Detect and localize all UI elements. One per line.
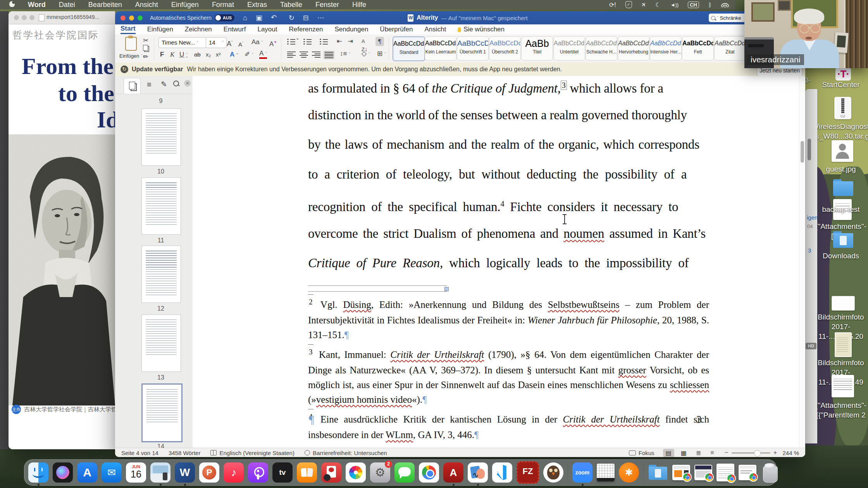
style-ueberschrift-1[interactable]: AaBbCcDÜberschrift 1: [457, 36, 489, 60]
tab-ueberpruefen[interactable]: Überprüfen: [380, 26, 413, 33]
menu-ansicht[interactable]: Ansicht: [135, 1, 158, 9]
dock-zoom[interactable]: zoom: [572, 462, 592, 483]
update-status-icon[interactable]: ⟳!: [609, 1, 616, 9]
dock-photo-card-app[interactable]: [321, 462, 341, 483]
numbered-list-icon[interactable]: [303, 38, 312, 45]
focus-button[interactable]: Fokus: [629, 450, 654, 456]
style-kein-leerraum[interactable]: AaBbCcDdEeKein Leerraum: [425, 36, 456, 60]
home-icon[interactable]: ⌂: [243, 11, 247, 24]
dock-music[interactable]: ♪: [224, 462, 244, 483]
zoom-percentage[interactable]: 244 %: [782, 450, 799, 456]
align-left-icon[interactable]: [287, 52, 296, 58]
text-effects-icon[interactable]: Aˇ: [230, 51, 238, 59]
multilevel-list-icon[interactable]: [320, 38, 328, 45]
change-case-icon[interactable]: Aaˇ: [251, 38, 263, 46]
strikethrough-button[interactable]: ab: [194, 51, 201, 58]
cut-icon[interactable]: ✂: [143, 37, 148, 45]
page-thumbnail-11[interactable]: [141, 177, 181, 235]
style-schwache-hervorhebung[interactable]: AaBbCcDdEeSchwache H...: [586, 36, 617, 60]
menu-fenster[interactable]: Fenster: [315, 1, 339, 9]
language-indicator[interactable]: Englisch (Vereinigte Staaten): [210, 450, 294, 456]
bullet-list-icon[interactable]: [287, 38, 296, 45]
dock-minimized-chrome-window-4[interactable]: [739, 465, 756, 480]
desktop-icon-label[interactable]: {"Attachments"- [{"ParentItem 2: [812, 400, 868, 420]
desktop-icon-label[interactable]: Downloads: [812, 251, 868, 261]
backup-folder-icon[interactable]: [833, 181, 853, 197]
menu-einfuegen[interactable]: Einfügen: [171, 1, 199, 9]
align-center-icon[interactable]: [300, 52, 308, 58]
dock-finder[interactable]: [28, 462, 48, 483]
footnote-3[interactable]: 3 Kant, Immanuel: Critik der Urtheilskra…: [308, 347, 709, 407]
review-tab-icon[interactable]: ✎: [161, 81, 167, 88]
desktop-icon-label[interactable]: backup test: [812, 204, 868, 214]
footnote-4[interactable]: 4 Eine ausdrückliche Kritik der kantisch…: [308, 412, 709, 442]
launcher-icon[interactable]: ✈: [639, 0, 648, 9]
tab-ansicht[interactable]: Ansicht: [424, 26, 446, 33]
increase-indent-icon[interactable]: ⇥: [348, 38, 353, 45]
save-icon[interactable]: ▣: [256, 11, 262, 24]
tab-referenzen[interactable]: Referenzen: [289, 26, 323, 33]
shrink-font-icon[interactable]: Aˇ: [238, 39, 243, 48]
zoom-button[interactable]: [138, 15, 143, 21]
dock-mail[interactable]: ✉: [102, 462, 122, 483]
scrollbar-thumb[interactable]: [808, 139, 811, 160]
dock-podcasts[interactable]: [248, 462, 268, 483]
wifi-icon[interactable]: [721, 2, 729, 7]
font-name-select[interactable]: Times New...ˇ: [158, 37, 207, 48]
dock-word[interactable]: W: [175, 462, 195, 483]
style-intensive-hervorhebung[interactable]: AaBbCcDdEeIntensive Her...: [650, 36, 682, 60]
tab-einfuegen[interactable]: Einfügen: [147, 26, 173, 33]
search-field[interactable]: ˇ Schränke: [709, 14, 749, 22]
pages-tab-icon[interactable]: [124, 78, 141, 94]
dock-avast[interactable]: ✱: [619, 462, 639, 483]
volume-icon[interactable]: ◄)): [670, 2, 679, 8]
subscript-button[interactable]: x₂: [206, 51, 211, 58]
tab-zeichnen[interactable]: Zeichnen: [185, 26, 212, 33]
style-untertitel[interactable]: AaBbCcDdEeUntertitel: [553, 36, 585, 60]
document-page[interactable]: as formulated in § 64 of the Critique of…: [193, 76, 799, 448]
decrease-indent-icon[interactable]: ⇤: [337, 38, 342, 45]
superscript-button[interactable]: x²: [216, 51, 221, 58]
justify-icon[interactable]: [324, 51, 334, 59]
dock-settings[interactable]: ⚙2: [370, 462, 390, 483]
borders-icon[interactable]: ⊞ˇ: [377, 50, 386, 58]
dock-acrobat[interactable]: A: [443, 462, 463, 483]
zoom-in-button[interactable]: +: [773, 449, 777, 457]
attachments-doc-icon[interactable]: [832, 375, 854, 397]
document-scrollbar[interactable]: [799, 76, 805, 448]
dock-sketch-app[interactable]: ∿: [468, 462, 488, 483]
footnote-ref-3[interactable]: 3: [561, 81, 567, 90]
menu-format[interactable]: Format: [212, 1, 234, 9]
dock-preview[interactable]: [150, 462, 170, 483]
downloads-folder-icon[interactable]: [833, 233, 853, 249]
font-color-icon[interactable]: Aˇ: [259, 50, 267, 59]
autosave-toggle[interactable]: AUS: [215, 14, 234, 21]
dock-appstore[interactable]: A: [77, 462, 97, 483]
menu-hilfe[interactable]: Hilfe: [352, 1, 366, 9]
page-thumbnail-14-selected[interactable]: [141, 383, 183, 442]
style-fett[interactable]: AaBbCcDdEeFett: [682, 36, 714, 60]
dock-minimized-chrome-window-2[interactable]: [694, 465, 712, 480]
draft-view-button[interactable]: ≡: [708, 449, 716, 457]
zoom-out-button[interactable]: −: [725, 449, 728, 457]
dock-trash[interactable]: [762, 463, 778, 482]
dock-appletv[interactable]: tv: [272, 462, 293, 483]
apple-menu[interactable]: [9, 1, 15, 9]
line-spacing-icon[interactable]: ↕≡ˇ: [340, 50, 350, 58]
underline-button[interactable]: Uˇ: [179, 51, 188, 59]
dock-owl-app[interactable]: [543, 462, 563, 483]
accessibility-indicator[interactable]: Barrierefreiheit: Untersuchen: [305, 450, 387, 456]
footnotes-block[interactable]: 2 Vgl. Düsing, Edith: »Anerkennung und B…: [308, 297, 709, 447]
word-count[interactable]: 3458 Wörter: [169, 450, 201, 456]
grow-font-icon[interactable]: Aˆ: [227, 38, 232, 48]
tab-entwurf[interactable]: Entwurf: [224, 26, 246, 33]
dock-photos[interactable]: [346, 462, 366, 483]
dock-downloads-folder[interactable]: [648, 462, 668, 483]
targz-file-icon[interactable]: GZ: [834, 97, 851, 119]
close-button[interactable]: [121, 15, 126, 21]
dock-filezilla[interactable]: FZ: [517, 461, 539, 484]
app-menu-word[interactable]: Word: [28, 1, 46, 9]
clear-formatting-icon[interactable]: A✦: [269, 38, 277, 48]
moon-icon[interactable]: ☾: [655, 1, 661, 9]
desktop-icon-label[interactable]: StartCenter: [812, 80, 868, 89]
